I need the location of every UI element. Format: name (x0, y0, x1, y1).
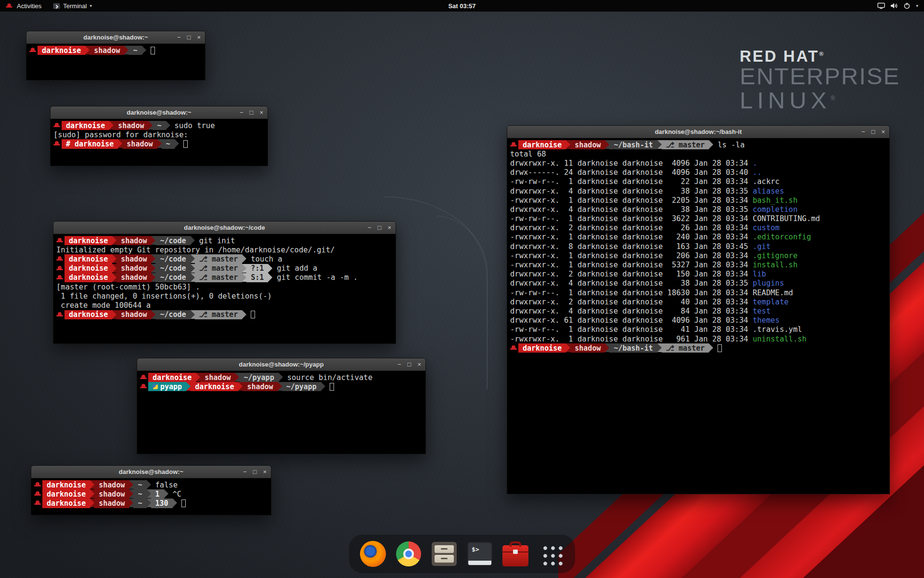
redhat-prompt-icon (510, 345, 517, 351)
terminal-line: -rwxrwxr-x. 1 darknoise darknoise 5327 J… (510, 260, 886, 269)
system-status-area[interactable]: ▾ (872, 0, 924, 12)
terminal-cursor (718, 344, 722, 352)
maximize-button[interactable]: □ (250, 109, 254, 116)
redhat-prompt-icon (56, 275, 63, 281)
maximize-button[interactable]: □ (187, 34, 191, 40)
dock-chrome[interactable] (395, 540, 422, 567)
terminal-line: darknoiseshadow~/code⎇ master?:1git add … (56, 264, 393, 273)
activities-button[interactable]: Activities (0, 0, 47, 12)
app-menu-terminal[interactable]: Terminal ▾ (47, 0, 98, 12)
redhat-prompt-icon (34, 491, 41, 497)
dock-appgrid[interactable] (538, 540, 565, 567)
terminal-line: -rwxrwxr-x. 1 darknoise darknoise 2205 J… (510, 196, 886, 205)
maximize-button[interactable]: □ (408, 361, 411, 368)
chevron-down-icon: ▾ (90, 3, 92, 8)
branding-redhat: RED HAT® (740, 48, 900, 65)
terminal-line: darknoiseshadow~/bash-it⎇ master (510, 343, 886, 353)
terminal-line: -rwxrwxr-x. 1 darknoise darknoise 240 Ja… (510, 233, 886, 242)
terminal-line: drwx------. 24 darknoise darknoise 4096 … (510, 168, 886, 177)
terminal-line: darknoiseshadow~/code⎇ master (56, 310, 393, 319)
command-text: sudo true (170, 121, 215, 130)
terminal-content[interactable]: darknoiseshadow~/codegit initInitialized… (53, 234, 396, 343)
maximize-button[interactable]: □ (378, 224, 382, 231)
minimize-button[interactable]: − (398, 361, 401, 368)
terminal-line: darknoiseshadow~/pyappsource bin/activat… (140, 373, 423, 382)
terminal-content[interactable]: darknoiseshadow~falsedarknoiseshadow~1^C… (31, 478, 271, 515)
terminal-line: 1 file changed, 0 insertions(+), 0 delet… (56, 291, 393, 301)
close-button[interactable]: × (197, 34, 201, 40)
minimize-button[interactable]: − (177, 34, 181, 40)
terminal-line: create mode 100644 a (56, 301, 393, 310)
minimize-button[interactable]: − (861, 129, 865, 135)
window-title: darknoise@shadow:~/bash-it (655, 128, 742, 135)
maximize-button[interactable]: □ (872, 129, 875, 135)
terminal-line: -rwxrwxr-x. 1 darknoise darknoise 206 Ja… (510, 251, 886, 260)
terminal-window: darknoise@shadow:~/pyapp − □ × darknoise… (137, 358, 426, 454)
terminal-line: Initialized empty Git repository in /hom… (56, 245, 393, 254)
window-titlebar[interactable]: darknoise@shadow:~ − □ × (51, 106, 268, 119)
wallpaper-curve (436, 216, 487, 389)
window-titlebar[interactable]: darknoise@shadow:~ − □ × (26, 31, 205, 44)
terminal-cursor (251, 311, 255, 318)
terminal-content[interactable]: darknoiseshadow~/pyappsource bin/activat… (137, 371, 425, 454)
window-titlebar[interactable]: darknoise@shadow:~ − □ × (31, 466, 271, 478)
terminal-line: drwxrwxr-x. 11 darknoise darknoise 4096 … (510, 158, 886, 168)
terminal-line: darknoiseshadow~ (29, 46, 202, 55)
terminal-cursor (151, 47, 155, 54)
dock-files[interactable] (431, 540, 458, 567)
terminal-line: darknoiseshadow~/code⎇ mastertouch a (56, 254, 393, 263)
terminal-line: -rwxrwxr-x. 1 darknoise darknoise 961 Ja… (510, 334, 886, 343)
terminal-line: drwxrwxr-x. 4 darknoise darknoise 38 Jan… (510, 205, 886, 214)
window-titlebar[interactable]: darknoise@shadow:~/bash-it − □ × (507, 126, 889, 138)
terminal-line: [sudo] password for darknoise: (53, 130, 265, 139)
maximize-button[interactable]: □ (253, 469, 257, 475)
terminal-line: # darknoiseshadow~ (53, 139, 265, 148)
close-button[interactable]: × (417, 361, 421, 368)
window-title: darknoise@shadow:~/pyapp (239, 361, 323, 368)
terminal-line: drwxrwxr-x. 8 darknoise darknoise 163 Ja… (510, 242, 886, 251)
dock-toolbox[interactable] (502, 540, 529, 567)
redhat-logo-icon (6, 3, 12, 9)
terminal-line: total 68 (510, 149, 886, 158)
redhat-prompt-icon (56, 256, 63, 262)
redhat-prompt-icon (56, 312, 63, 318)
minimize-button[interactable]: − (368, 224, 372, 231)
window-titlebar[interactable]: darknoise@shadow:~/pyapp − □ × (137, 358, 425, 371)
terminal-line: -rw-rw-r--. 1 darknoise darknoise 22 Jan… (510, 177, 886, 186)
terminal-line: -rw-rw-r--. 1 darknoise darknoise 3622 J… (510, 214, 886, 223)
power-icon[interactable] (903, 2, 911, 9)
redhat-prompt-icon (34, 500, 41, 506)
toolbox-icon (502, 545, 528, 566)
minimize-button[interactable]: − (243, 469, 247, 475)
command-text: git commit -a -m . (272, 273, 358, 282)
window-title: darknoise@shadow:~ (127, 109, 191, 116)
top-bar: Activities Terminal ▾ Sat 03:57 ▾ (0, 0, 924, 12)
terminal-line: darknoiseshadow~sudo true (53, 121, 265, 130)
firefox-icon (360, 541, 386, 567)
terminal-cursor (330, 383, 334, 391)
close-button[interactable]: × (259, 109, 263, 116)
terminal-line: darknoiseshadow~false (34, 480, 268, 489)
terminal-content[interactable]: darknoiseshadow~sudo true[sudo] password… (51, 119, 268, 166)
clock[interactable]: Sat 03:57 (448, 2, 475, 10)
redhat-prompt-icon (510, 142, 517, 148)
chevron-down-icon: ▾ (916, 3, 918, 8)
volume-icon[interactable] (890, 2, 898, 9)
minimize-button[interactable]: − (240, 109, 244, 116)
terminal-line: -rw-rw-r--. 1 darknoise darknoise 41 Jan… (510, 325, 886, 334)
terminal-content[interactable]: darknoiseshadow~ (26, 44, 205, 80)
terminal-line: drwxrwxr-x. 4 darknoise darknoise 38 Jan… (510, 186, 886, 196)
window-titlebar[interactable]: darknoise@shadow:~/code − □ × (53, 222, 396, 234)
terminal-line: darknoiseshadow~/codegit init (56, 236, 393, 245)
terminal-cursor (181, 499, 186, 507)
close-button[interactable]: × (263, 469, 267, 475)
dock-firefox[interactable] (359, 540, 386, 567)
terminal-window: darknoise@shadow:~/code − □ × darknoises… (53, 221, 396, 344)
display-icon[interactable] (877, 2, 885, 9)
terminal-content[interactable]: darknoiseshadow~/bash-it⎇ masterls -lato… (507, 138, 889, 494)
dock-terminal[interactable]: $> (466, 540, 493, 567)
close-button[interactable]: × (881, 129, 885, 135)
close-button[interactable]: × (387, 224, 391, 231)
chrome-icon (396, 541, 421, 566)
terminal-line: drwxrwxr-x. 2 darknoise darknoise 40 Jan… (510, 297, 886, 306)
